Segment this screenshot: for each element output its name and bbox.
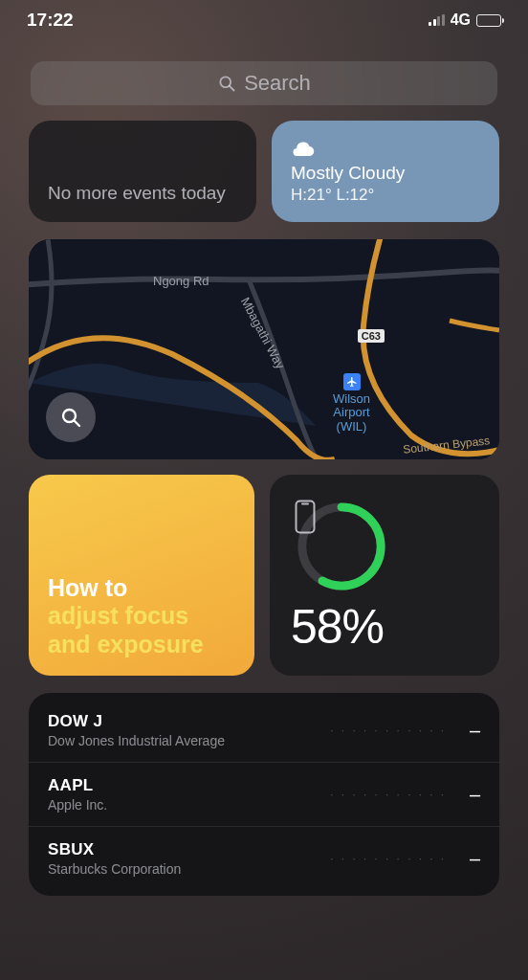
stock-value: – bbox=[470, 848, 480, 870]
network-type: 4G bbox=[451, 11, 471, 29]
sparkline-placeholder: · · · · · · · · · · · bbox=[331, 854, 447, 864]
map-road-label: Ngong Rd bbox=[153, 274, 209, 288]
tips-headline: How to adjust focus and exposure bbox=[48, 574, 204, 659]
stock-symbol: DOW J bbox=[48, 712, 225, 731]
clock: 17:22 bbox=[27, 10, 74, 31]
battery-ring bbox=[295, 500, 388, 593]
cellular-signal-icon bbox=[429, 14, 445, 26]
maps-widget[interactable]: Ngong Rd Mbagathi Way C63 Wilson Airport… bbox=[29, 239, 499, 459]
stock-symbol: SBUX bbox=[48, 840, 181, 859]
stock-company: Apple Inc. bbox=[48, 797, 107, 813]
batteries-widget[interactable]: 58% bbox=[270, 475, 499, 676]
stock-value: – bbox=[470, 784, 480, 806]
stock-symbol: AAPL bbox=[48, 776, 107, 795]
calendar-widget[interactable]: No more events today bbox=[29, 121, 256, 222]
stock-row[interactable]: SBUX Starbucks Corporation · · · · · · ·… bbox=[29, 827, 499, 890]
stock-row[interactable]: AAPL Apple Inc. · · · · · · · · · · · – bbox=[29, 763, 499, 827]
search-icon bbox=[217, 74, 236, 93]
weather-condition: Mostly Cloudy bbox=[291, 163, 480, 184]
phone-icon bbox=[295, 500, 388, 593]
battery-percent: 58% bbox=[291, 599, 478, 655]
stocks-widget[interactable]: DOW J Dow Jones Industrial Average · · ·… bbox=[29, 693, 499, 896]
tips-widget[interactable]: How to adjust focus and exposure bbox=[29, 475, 254, 676]
stock-company: Starbucks Corporation bbox=[48, 861, 181, 877]
svg-rect-7 bbox=[297, 501, 315, 533]
calendar-status: No more events today bbox=[48, 182, 226, 205]
cloud-icon bbox=[291, 140, 316, 157]
search-icon bbox=[59, 406, 82, 429]
map-route-badge: C63 bbox=[358, 329, 385, 343]
sparkline-placeholder: · · · · · · · · · · · bbox=[331, 790, 447, 800]
stock-value: – bbox=[470, 720, 480, 742]
weather-widget[interactable]: Mostly Cloudy H:21° L:12° bbox=[272, 121, 499, 222]
weather-hi-lo: H:21° L:12° bbox=[291, 186, 480, 205]
stock-company: Dow Jones Industrial Average bbox=[48, 733, 225, 748]
map-search-button[interactable] bbox=[46, 392, 96, 442]
stock-row[interactable]: DOW J Dow Jones Industrial Average · · ·… bbox=[29, 699, 499, 763]
search-field[interactable]: Search bbox=[31, 61, 497, 105]
status-indicators: 4G bbox=[429, 11, 501, 29]
map-airport-poi: Wilson Airport (WIL) bbox=[333, 373, 370, 434]
status-bar: 17:22 4G bbox=[0, 0, 528, 36]
svg-line-4 bbox=[75, 421, 80, 427]
search-placeholder: Search bbox=[244, 71, 311, 96]
svg-line-1 bbox=[230, 86, 234, 91]
battery-icon bbox=[476, 14, 501, 27]
sparkline-placeholder: · · · · · · · · · · · bbox=[331, 725, 447, 736]
svg-rect-8 bbox=[301, 503, 309, 505]
airplane-icon bbox=[343, 373, 361, 390]
